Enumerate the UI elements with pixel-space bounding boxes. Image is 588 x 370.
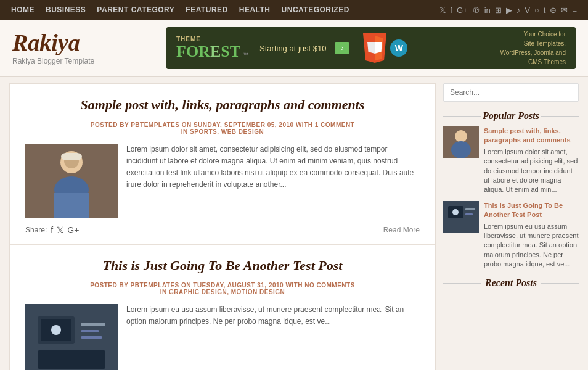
svg-rect-7 (54, 193, 89, 218)
svg-point-13 (51, 325, 61, 335)
reddit-icon[interactable]: ⊕ (550, 6, 557, 15)
share-googleplus-icon[interactable]: G+ (67, 225, 79, 235)
popular-post-2-text: This is Just Going To Be Another Test Po… (484, 201, 579, 269)
banner-brand: FOREST (176, 43, 240, 61)
post-2-image-placeholder (25, 304, 118, 370)
post-2-excerpt: Lorem ipsum eu usu assum liberavisse, ut… (126, 304, 420, 370)
popular-post-1-excerpt: Lorem ipsum dolor sit amet, consectetur … (484, 147, 579, 195)
svg-rect-16 (81, 336, 102, 339)
post-2-category-graphic[interactable]: GRAPHIC DESIGN (169, 289, 227, 295)
header: Rakiya Rakiya Blogger Template THEME FOR… (0, 20, 588, 77)
email-icon[interactable]: ✉ (561, 6, 568, 15)
svg-rect-9 (61, 153, 82, 160)
svg-rect-15 (81, 330, 99, 332)
nav-parent-category[interactable]: PARENT CATEGORY (97, 6, 174, 14)
social-icons: 𝕏 f G+ ℗ in ⊞ ▶ ♪ V ○ t ⊕ ✉ ≡ (439, 6, 577, 15)
linkedin-icon[interactable]: in (484, 6, 491, 15)
banner-left: THEME FOREST ™ Starting at just $10 › (176, 33, 407, 63)
sidebar: Popular Posts Sample post with, links, p… (443, 83, 579, 370)
svg-rect-17 (38, 350, 105, 369)
post-1-category-webdesign[interactable]: WEB DESIGN (221, 128, 264, 135)
svg-point-23 (452, 209, 459, 215)
tumblr-icon[interactable]: t (544, 6, 546, 15)
share-twitter-icon[interactable]: 𝕏 (57, 225, 63, 235)
navigation: HOME BUSINESS PARENT CATEGORY FEATURED H… (0, 0, 588, 20)
banner-wp-icon: W (390, 39, 407, 57)
main-content: Sample post with, links, paragraphs and … (9, 83, 436, 370)
googleplus-icon[interactable]: G+ (457, 6, 468, 15)
svg-rect-24 (465, 208, 475, 210)
post-1: Sample post with, links, paragraphs and … (10, 84, 435, 245)
music-icon[interactable]: ♪ (517, 6, 521, 15)
banner-theme-label: THEME (176, 36, 248, 43)
svg-point-19 (455, 130, 467, 142)
svg-rect-25 (465, 213, 473, 215)
post-2-image (25, 304, 118, 370)
nav-business[interactable]: BUSINESS (46, 6, 86, 14)
youtube-icon[interactable]: ▶ (506, 6, 512, 15)
logo-area: Rakiya Rakiya Blogger Template (12, 31, 148, 65)
nav-uncategorized[interactable]: UNCATEGORIZED (282, 6, 349, 14)
banner-html-icon: W (363, 33, 407, 63)
popular-post-2-excerpt: Lorem ipsum eu usu assum liberavisse, ut… (484, 222, 579, 269)
facebook-icon[interactable]: f (450, 6, 452, 15)
rss-icon[interactable]: ≡ (572, 6, 577, 15)
share-facebook-icon[interactable]: f (51, 225, 53, 235)
svg-rect-14 (81, 323, 105, 326)
search-input[interactable] (443, 83, 579, 102)
popular-posts-section: Popular Posts Sample post with, links, p… (443, 110, 579, 269)
logo-subtitle: Rakiya Blogger Template (12, 57, 148, 65)
post-2: This is Just Going To Be Another Test Po… (10, 245, 435, 370)
banner-tm: ™ (243, 52, 248, 58)
popular-posts-title: Popular Posts (443, 110, 579, 121)
nav-health[interactable]: HEALTH (239, 6, 271, 14)
instagram-icon[interactable]: ⊞ (495, 6, 502, 15)
post-1-meta: POSTED BY PBTEMPLATES ON SUNDAY, SEPTEMB… (25, 121, 420, 135)
popular-post-1-title[interactable]: Sample post with, links, paragraphs and … (484, 126, 579, 146)
banner-tagline: Starting at just $10 (259, 44, 326, 53)
post-1-share: Share: f 𝕏 G+ (25, 225, 79, 235)
post-1-footer: Share: f 𝕏 G+ Read More (25, 225, 420, 235)
vimeo-icon[interactable]: V (525, 6, 530, 15)
post-2-title[interactable]: This is Just Going To Be Another Test Po… (25, 257, 420, 275)
popular-post-1: Sample post with, links, paragraphs and … (443, 126, 579, 195)
content-area: Sample post with, links, paragraphs and … (0, 77, 588, 370)
svg-point-20 (451, 141, 471, 158)
post-2-body: Lorem ipsum eu usu assum liberavisse, ut… (25, 304, 420, 370)
nav-links: HOME BUSINESS PARENT CATEGORY FEATURED H… (11, 6, 349, 14)
popular-post-1-text: Sample post with, links, paragraphs and … (484, 126, 579, 195)
post-1-category-sports[interactable]: SPORTS (190, 128, 217, 135)
post-1-readmore[interactable]: Read More (383, 226, 420, 234)
nav-home[interactable]: HOME (11, 6, 35, 14)
banner-right-text: Your Choice forSite Templates,WordPress,… (500, 30, 566, 67)
post-1-excerpt: Lorem ipsum dolor sit amet, consectetur … (126, 144, 420, 218)
share-label: Share: (25, 226, 47, 234)
post-1-body: Lorem ipsum dolor sit amet, consectetur … (25, 144, 420, 218)
banner-ad[interactable]: THEME FOREST ™ Starting at just $10 › (166, 27, 576, 69)
pinterest-icon[interactable]: ℗ (472, 6, 480, 15)
logo-title[interactable]: Rakiya (12, 31, 148, 54)
popular-post-1-image (443, 126, 479, 158)
vine-icon[interactable]: ○ (534, 6, 539, 15)
popular-post-2-title[interactable]: This is Just Going To Be Another Test Po… (484, 201, 579, 220)
post-1-image (25, 144, 118, 218)
recent-posts-title: Recent Posts (443, 278, 579, 289)
post-2-category-motion[interactable]: MOTION DESIGN (231, 289, 285, 295)
nav-featured[interactable]: FEATURED (186, 6, 227, 14)
twitter-icon[interactable]: 𝕏 (439, 6, 446, 15)
post-1-image-placeholder (25, 144, 118, 218)
banner-cta[interactable]: › (335, 42, 349, 54)
post-1-title[interactable]: Sample post with, links, paragraphs and … (25, 96, 420, 114)
post-2-meta: POSTED BY PBTEMPLATES ON TUESDAY, AUGUST… (25, 282, 420, 295)
popular-post-2: This is Just Going To Be Another Test Po… (443, 201, 579, 269)
popular-post-2-image (443, 201, 479, 233)
banner-right: Your Choice forSite Templates,WordPress,… (500, 30, 566, 67)
